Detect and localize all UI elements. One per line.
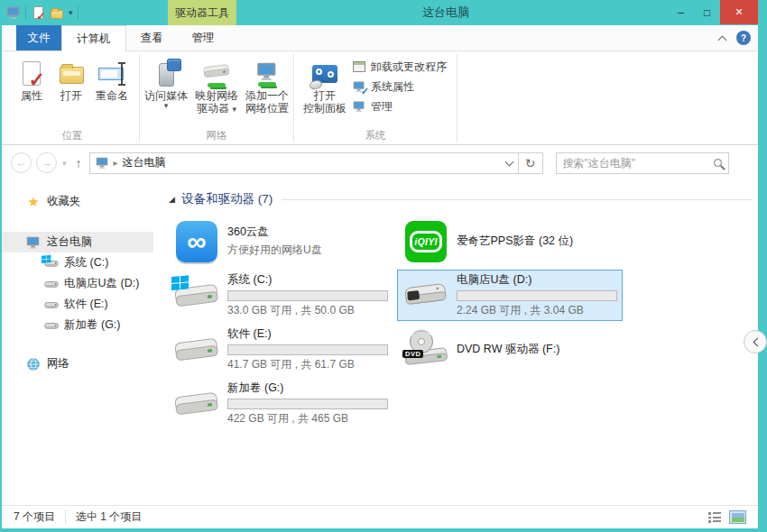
rename-icon [97, 57, 127, 89]
windows-flag-icon [171, 274, 189, 290]
toolbar-separator [25, 5, 26, 20]
sidebar-item-drive-d[interactable]: 电脑店U盘 (D:) [2, 273, 153, 294]
rename-button[interactable]: 重命名 [92, 55, 132, 104]
group-label-system: 系统 [294, 129, 457, 144]
toolbar-separator [78, 5, 79, 20]
map-network-drive-button[interactable]: 映射网络 驱动器 ▾ [191, 55, 242, 116]
add-network-location-icon [252, 57, 282, 89]
history-dropdown-icon[interactable]: ▾ [62, 160, 67, 167]
properties-quick-icon[interactable]: ✓ [31, 5, 45, 20]
details-view-toggle-icon[interactable] [708, 511, 723, 523]
group-label-network: 网络 [140, 129, 293, 144]
tile-drive-e[interactable]: 软件 (E:) 41.7 GB 可用 , 共 61.7 GB [168, 324, 393, 375]
ribbon-group-system: 打开 控制面板 卸载或更改程序 ✓ 系统属 [294, 51, 457, 144]
edge-panel-chevron[interactable] [744, 330, 767, 353]
dropdown-icon: ▾ [164, 102, 169, 109]
search-input[interactable] [563, 157, 714, 170]
minimize-button[interactable]: – [668, 0, 694, 24]
ribbon-separator [457, 54, 457, 142]
system-properties-icon: ✓ [352, 79, 366, 94]
open-button[interactable]: 打开 [52, 55, 90, 104]
collapse-ribbon-icon[interactable] [718, 35, 727, 44]
sidebar-item-drive-c[interactable]: 系统 (C:) [2, 252, 153, 273]
ribbon-group-location: ✓ 属性 打开 重命名 位置 [5, 51, 139, 144]
tab-file[interactable]: 文件 [16, 25, 61, 50]
windows-flag-icon [42, 254, 51, 263]
tab-computer[interactable]: 计算机 [61, 25, 126, 51]
properties-icon: ✓ [16, 57, 47, 89]
sidebar-item-favorites[interactable]: ★ 收藏夹 [2, 191, 153, 212]
iqiyi-app-icon: iQIYI [402, 219, 450, 264]
ribbon: ✓ 属性 打开 重命名 位置 [2, 51, 758, 145]
contextual-tab-drive-tools[interactable]: 驱动器工具 [168, 0, 236, 25]
sidebar-item-network[interactable]: 网络 [2, 353, 153, 374]
address-bar-row: ← → ▾ ↑ ▸ 这台电脑 ↻ [2, 145, 758, 180]
collapse-group-icon[interactable]: ◢ [169, 195, 175, 204]
open-folder-icon [56, 57, 87, 89]
window-system-icon[interactable] [6, 5, 21, 20]
capacity-bar [227, 399, 388, 409]
sidebar-item-drive-e[interactable]: 软件 (E:) [2, 294, 153, 315]
window-title: 这台电脑 [422, 0, 469, 25]
group-header-devices-and-drives[interactable]: ◢ 设备和驱动器 (7) [169, 191, 758, 207]
system-properties-button[interactable]: ✓ 系统属性 [350, 77, 448, 96]
items-view: ◢ 设备和驱动器 (7) ∞ 360云盘 方便好用的网络U盘 [153, 180, 758, 505]
access-media-button[interactable]: 访问媒体 ▾ [141, 55, 191, 111]
sidebar-item-drive-g[interactable]: 新加卷 (G:) [2, 315, 153, 335]
tile-drive-c[interactable]: 系统 (C:) 33.0 GB 可用 , 共 50.0 GB [168, 270, 393, 321]
group-header-rule [282, 199, 753, 200]
uninstall-program-icon [352, 60, 366, 74]
drive-icon [44, 298, 59, 312]
tab-manage[interactable]: 管理 [178, 25, 229, 50]
sidebar-item-this-pc[interactable]: 这台电脑 [2, 232, 153, 252]
chevron-left-icon [753, 337, 762, 346]
up-button[interactable]: ↑ [76, 156, 82, 170]
tile-dvd-drive-f[interactable]: DVD DVD RW 驱动器 (F:) [397, 324, 623, 375]
help-icon[interactable]: ? [736, 31, 751, 45]
address-bar[interactable]: ▸ 这台电脑 [89, 152, 519, 174]
back-button[interactable]: ← [11, 152, 32, 173]
this-pc-icon [96, 156, 109, 170]
star-icon: ★ [26, 195, 41, 209]
close-button[interactable]: ✕ [720, 0, 758, 24]
customize-toolbar-dropdown-icon[interactable]: ▾ [69, 8, 73, 17]
usb-drive-icon [402, 273, 450, 318]
explorer-window: ✓ ▾ 驱动器工具 这台电脑 – □ ✕ 文件 计算机 查看 管理 ? [0, 0, 767, 532]
add-network-location-button[interactable]: 添加一个 网络位置 [242, 55, 292, 116]
breadcrumb[interactable]: 这台电脑 [123, 155, 166, 170]
properties-button[interactable]: ✓ 属性 [13, 55, 51, 104]
tile-drive-d-selected[interactable]: 电脑店U盘 (D:) 2.24 GB 可用 , 共 3.04 GB [397, 270, 623, 321]
new-folder-quick-icon[interactable] [50, 5, 64, 20]
tile-drive-g[interactable]: 新加卷 (G:) 422 GB 可用 , 共 465 GB [168, 378, 393, 429]
this-pc-icon [26, 235, 41, 250]
search-box [556, 152, 729, 174]
maximize-button[interactable]: □ [694, 0, 720, 24]
item-count: 7 个项目 [14, 509, 55, 525]
capacity-bar [457, 290, 617, 301]
usb-drive-icon [44, 277, 59, 291]
manage-button[interactable]: 管理 [350, 96, 448, 116]
window-controls: – □ ✕ [668, 0, 758, 24]
address-dropdown-icon[interactable] [504, 157, 513, 166]
device-tiles-grid: ∞ 360云盘 方便好用的网络U盘 iQIYI 爱奇艺PPS影音 (32 位) [168, 216, 758, 429]
forward-button[interactable]: → [36, 152, 57, 173]
ribbon-group-network: 访问媒体 ▾ 映射网络 驱动器 ▾ [140, 51, 293, 144]
search-icon[interactable] [714, 159, 722, 167]
tile-360-cloud[interactable]: ∞ 360云盘 方便好用的网络U盘 [168, 216, 393, 267]
capacity-bar [227, 344, 388, 355]
refresh-button[interactable]: ↻ [519, 152, 543, 174]
uninstall-program-button[interactable]: 卸载或更改程序 [350, 57, 448, 77]
access-media-icon [151, 57, 181, 89]
navigation-pane: ★ 收藏夹 这台电脑 系统 (C:) 电脑店U盘 (D [2, 180, 153, 505]
ribbon-tab-row: 文件 计算机 查看 管理 ? [2, 25, 758, 51]
dvd-label: DVD [402, 350, 423, 358]
large-icons-view-toggle-icon[interactable] [729, 510, 746, 524]
open-control-panel-button[interactable]: 打开 控制面板 [300, 55, 350, 116]
tab-view[interactable]: 查看 [126, 25, 178, 50]
window-body: 文件 计算机 查看 管理 ? ✓ 属性 打开 [2, 25, 758, 528]
main-area: ★ 收藏夹 这台电脑 系统 (C:) 电脑店U盘 (D [2, 180, 758, 505]
selection-count: 选中 1 个项目 [76, 509, 142, 525]
breadcrumb-arrow-icon: ▸ [114, 158, 118, 168]
tile-iqiyi[interactable]: iQIYI 爱奇艺PPS影音 (32 位) [397, 216, 623, 267]
network-globe-icon [26, 357, 41, 371]
